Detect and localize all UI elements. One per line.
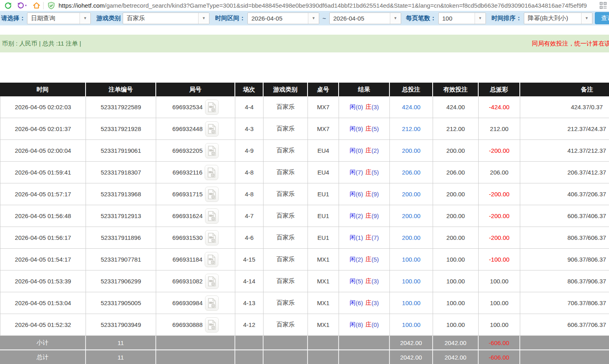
video-replay-button[interactable]: [205, 100, 219, 115]
total-empty: [264, 350, 308, 364]
video-replay-button[interactable]: [205, 274, 219, 289]
cell-payout: -200.00: [479, 140, 520, 162]
header-valid-bet: 有效投注: [433, 83, 479, 96]
cell-payout: -200.00: [479, 205, 520, 227]
home-icon[interactable]: [32, 1, 41, 10]
cell-time: 2026-04-05 01:57:17: [0, 183, 86, 205]
cell-payout: 100.00: [479, 292, 520, 314]
video-replay-button[interactable]: [205, 143, 219, 158]
cell-payout: -100.00: [479, 249, 520, 270]
cell-valid-bet: 100.00: [433, 292, 479, 314]
search-button[interactable]: 查询: [595, 12, 609, 24]
total-empty: [308, 350, 339, 364]
round-id-text: 696932116: [173, 169, 203, 176]
total-bet-link[interactable]: 206.00: [402, 169, 421, 176]
cell-valid-bet: 200.00: [433, 227, 479, 249]
player-label: 闲: [349, 103, 356, 111]
round-id-text: 696931715: [172, 191, 203, 198]
banker-score: (7): [372, 234, 379, 241]
round-id-text: 696931184: [173, 256, 203, 263]
video-replay-button[interactable]: [205, 121, 219, 137]
video-replay-button[interactable]: [205, 317, 219, 333]
round-id-text: 696931530: [172, 234, 203, 241]
cell-table-no: MX7: [308, 96, 339, 118]
sort-select[interactable]: 降幂(由大到小) ▼: [524, 12, 592, 24]
currency-total-text: 币别 : 人民币 | 总共 :11 注单 |: [2, 35, 81, 52]
header-result: 结果: [339, 83, 390, 96]
total-bet-link[interactable]: 200.00: [402, 212, 421, 219]
cell-total-bet: 100.00: [390, 270, 433, 292]
video-replay-button[interactable]: [205, 208, 219, 224]
cell-valid-bet: 424.00: [433, 96, 479, 118]
video-replay-icon: [207, 102, 216, 112]
cell-valid-bet: 200.00: [433, 205, 479, 227]
total-bet-link[interactable]: 100.00: [402, 300, 421, 306]
page-size-value: 100: [439, 13, 475, 24]
chevron-down-icon[interactable]: ▼: [308, 13, 319, 24]
cell-time: 2026-04-05 01:56:48: [0, 205, 86, 227]
cell-round-id: 696931530: [156, 227, 235, 249]
player-score: (2): [356, 256, 363, 263]
video-replay-icon: [207, 211, 216, 221]
video-replay-button[interactable]: [205, 230, 219, 245]
time-range-label: 时间区间：: [215, 15, 245, 22]
player-label: 闲: [349, 125, 356, 133]
game-type-select[interactable]: 百家乐 ▼: [123, 12, 209, 24]
page-size-label: 每页笔数：: [406, 15, 436, 22]
cell-valid-bet: 200.00: [433, 183, 479, 205]
address-bar-url[interactable]: https://iohetf.com/game/betrecord_search…: [59, 2, 598, 9]
player-score: (6): [356, 191, 363, 198]
total-bet-link[interactable]: 200.00: [402, 147, 421, 154]
security-shield-icon[interactable]: [48, 2, 55, 10]
player-score: (5): [356, 278, 363, 285]
video-replay-button[interactable]: [205, 295, 219, 311]
player-score: (0): [356, 147, 363, 154]
player-label: 闲: [349, 277, 356, 285]
banker-score: (3): [372, 278, 379, 285]
total-bet-link[interactable]: 200.00: [402, 234, 421, 241]
query-type-select[interactable]: 日期查询 ▼: [27, 12, 91, 24]
cell-result: 闲(0)庄(2): [339, 140, 390, 162]
video-replay-button[interactable]: [205, 252, 218, 267]
total-bet-link[interactable]: 100.00: [402, 278, 421, 285]
date-to-value: 2026-04-05: [330, 13, 390, 24]
chevron-down-icon[interactable]: ▼: [198, 13, 209, 24]
select-label: 请选择：: [1, 15, 25, 22]
page-size-select[interactable]: 100 ▼: [438, 12, 486, 24]
total-bet-link[interactable]: 100.00: [402, 256, 421, 263]
total-bet-link[interactable]: 424.00: [402, 104, 421, 110]
subtotal-empty: [156, 336, 235, 349]
back-icon[interactable]: ▾: [17, 2, 27, 9]
cell-payout: -200.00: [479, 183, 520, 205]
chevron-down-icon[interactable]: ▼: [475, 13, 486, 24]
total-bet-link[interactable]: 212.00: [402, 125, 421, 132]
cell-bet-id: 523317906299: [86, 270, 156, 292]
qr-code-icon[interactable]: [600, 2, 607, 9]
round-id-text: 696930984: [172, 300, 203, 306]
cell-total-bet: 200.00: [390, 205, 433, 227]
refresh-icon[interactable]: [4, 2, 12, 10]
total-bet-link[interactable]: 200.00: [402, 191, 421, 198]
header-session: 场次: [235, 83, 264, 96]
cell-session: 4-13: [235, 292, 264, 314]
chevron-down-icon[interactable]: ▼: [581, 13, 592, 24]
cell-total-bet: 200.00: [390, 140, 433, 162]
cell-remark: 806.37/606.37: [520, 227, 609, 249]
player-label: 闲: [349, 234, 356, 241]
banker-score: (3): [372, 104, 379, 110]
date-to-select[interactable]: 2026-04-05 ▼: [329, 12, 401, 24]
cell-round-id: 696932205: [156, 140, 235, 162]
date-from-select[interactable]: 2026-04-05 ▼: [247, 12, 319, 24]
player-label: 闲: [349, 299, 356, 307]
chevron-down-icon[interactable]: ▼: [80, 13, 90, 24]
cell-total-bet: 206.00: [390, 162, 433, 183]
video-replay-button[interactable]: [205, 165, 218, 180]
cell-session: 4-3: [235, 118, 264, 140]
chevron-down-icon[interactable]: ▼: [390, 13, 401, 24]
back-dropdown-caret-icon[interactable]: ▾: [25, 4, 27, 7]
video-replay-button[interactable]: [205, 187, 219, 202]
total-bet-link[interactable]: 100.00: [402, 321, 421, 328]
banker-label: 庄: [366, 125, 372, 133]
player-score: (8): [356, 321, 363, 328]
player-score: (1): [356, 234, 363, 241]
